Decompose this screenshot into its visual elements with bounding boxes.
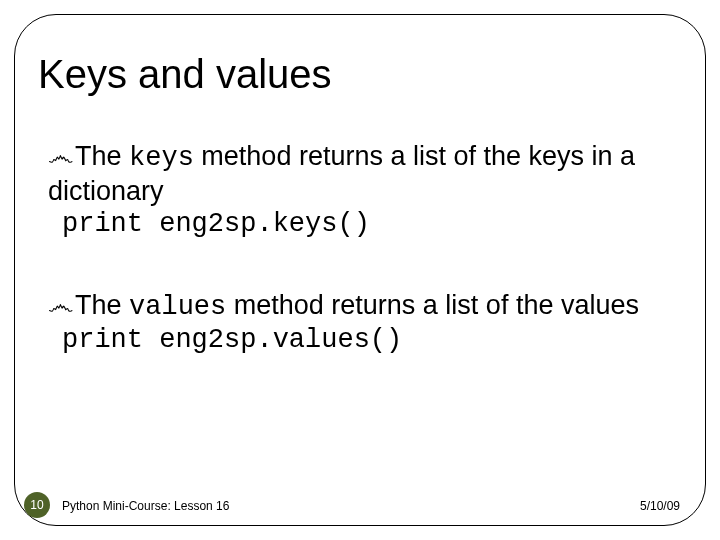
slide-title: Keys and values: [38, 52, 332, 97]
footer-date: 5/10/09: [640, 499, 680, 513]
slide: Keys and values ෴The keys method returns…: [0, 0, 720, 540]
bullet-icon: ෴: [48, 140, 74, 173]
bullet-icon: ෴: [48, 289, 74, 322]
text-pre: The: [75, 141, 129, 171]
page-number-badge: 10: [24, 492, 50, 518]
text-post: method returns a list of the values: [226, 290, 639, 320]
bullet-item: ෴The keys method returns a list of the k…: [48, 140, 678, 241]
text-pre: The: [75, 290, 129, 320]
slide-body: ෴The keys method returns a list of the k…: [48, 140, 678, 405]
footer-course: Python Mini-Course: Lesson 16: [62, 499, 229, 513]
code-line: print eng2sp.keys(): [48, 208, 678, 241]
bullet-item: ෴The values method returns a list of the…: [48, 289, 678, 357]
inline-code: values: [129, 292, 226, 322]
footer: 10 Python Mini-Course: Lesson 16 5/10/09: [0, 492, 720, 518]
code-line: print eng2sp.values(): [48, 324, 678, 357]
inline-code: keys: [129, 143, 194, 173]
